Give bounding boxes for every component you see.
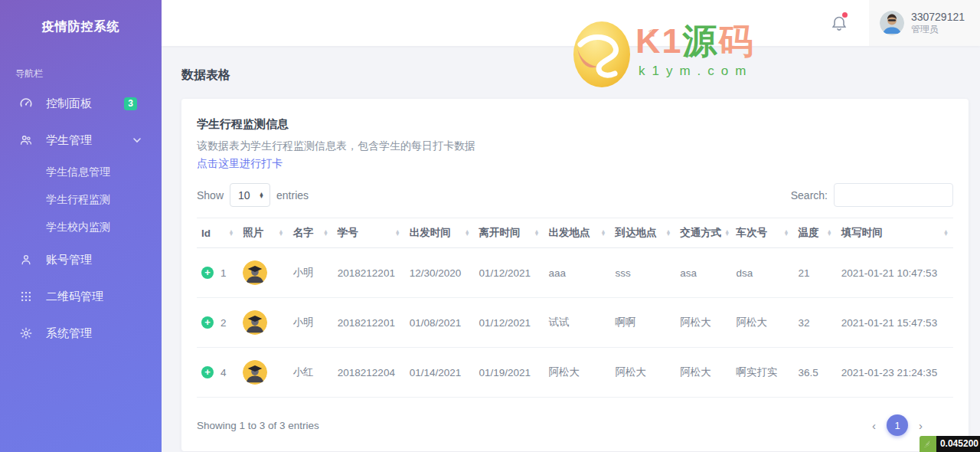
sidebar-item-label: 二维码管理 bbox=[46, 290, 148, 304]
sort-icon: ▲▼ bbox=[600, 230, 606, 237]
sort-icon: ▲▼ bbox=[943, 230, 949, 237]
expand-row-icon[interactable]: + bbox=[201, 366, 214, 378]
table-row[interactable]: +2 小明 2018212201 01/08/2021 01/12/2021 试… bbox=[197, 298, 953, 348]
prev-page-button[interactable]: ‹ bbox=[869, 419, 879, 432]
checkin-link[interactable]: 点击这里进行打卡 bbox=[197, 157, 283, 171]
next-page-button[interactable]: › bbox=[916, 419, 926, 432]
gear-icon bbox=[18, 326, 34, 341]
table-row[interactable]: +1 小明 2018212201 12/30/2020 01/12/2021 a… bbox=[197, 248, 953, 298]
card-title: 学生行程监测信息 bbox=[197, 117, 953, 132]
main-area: 330729121 管理员 K1源♛码 k1ym.com bbox=[162, 0, 980, 452]
column-header-fill-time[interactable]: 填写时间▲▼ bbox=[837, 218, 953, 248]
column-header-id[interactable]: Id▲▼ bbox=[197, 218, 238, 248]
student-photo bbox=[243, 310, 267, 335]
table-controls: Show 10 ▲▼ entries Search: bbox=[197, 183, 953, 207]
sidebar-item-label: 系统管理 bbox=[46, 326, 148, 341]
table-header-row: Id▲▼ 照片▲▼ 名字▲▼ 学号▲▼ 出发时间▲▼ 离开时间▲▼ 出发地点▲▼… bbox=[197, 218, 953, 248]
sort-icon: ▲▼ bbox=[665, 230, 671, 237]
sidebar-item-label: 控制面板 bbox=[46, 97, 124, 111]
expand-row-icon[interactable]: + bbox=[201, 267, 214, 279]
pagination: ‹ 1 › bbox=[869, 414, 953, 436]
page-size-value: 10 bbox=[238, 189, 250, 201]
sort-icon: ▲▼ bbox=[827, 230, 832, 237]
search-label: Search: bbox=[791, 189, 828, 201]
entries-info: Showing 1 to 3 of 3 entries bbox=[197, 420, 319, 431]
data-table-card: 学生行程监测信息 该数据表为学生行程监测信息表，包含学生的每日打卡数据 点击这里… bbox=[181, 99, 969, 451]
avatar bbox=[880, 11, 904, 35]
sort-icon: ▲▼ bbox=[228, 230, 234, 237]
nav-section-label: 导航栏 bbox=[0, 58, 162, 85]
notifications-button[interactable] bbox=[831, 14, 848, 32]
column-header-train-no[interactable]: 车次号▲▼ bbox=[731, 218, 793, 248]
column-header-name[interactable]: 名字▲▼ bbox=[289, 218, 333, 248]
data-table: Id▲▼ 照片▲▼ 名字▲▼ 学号▲▼ 出发时间▲▼ 离开时间▲▼ 出发地点▲▼… bbox=[197, 218, 953, 398]
sidebar-subitem-student-info[interactable]: 学生信息管理 bbox=[0, 159, 162, 186]
table-footer: Showing 1 to 3 of 3 entries ‹ 1 › bbox=[197, 398, 953, 436]
column-header-arrive-place[interactable]: 到达地点▲▼ bbox=[610, 218, 675, 248]
column-header-student-no[interactable]: 学号▲▼ bbox=[333, 218, 405, 248]
app-root: 疫情防控系统 导航栏 控制面板 3 学生管理 学生信息管理 bbox=[0, 0, 980, 452]
sidebar-item-dashboard[interactable]: 控制面板 3 bbox=[0, 85, 162, 122]
sort-icon: ▲▼ bbox=[279, 230, 284, 237]
page-1-button[interactable]: 1 bbox=[887, 414, 908, 436]
sort-icon: ▲▼ bbox=[323, 230, 328, 237]
column-header-depart-place[interactable]: 出发地点▲▼ bbox=[544, 218, 610, 248]
show-label: Show bbox=[197, 189, 224, 201]
select-arrows-icon: ▲▼ bbox=[259, 192, 264, 198]
sidebar-item-system[interactable]: 系统管理 bbox=[0, 315, 162, 352]
debug-time-badge[interactable]: 0.045200 bbox=[920, 436, 980, 452]
user-id: 330729121 bbox=[911, 11, 965, 25]
column-header-photo[interactable]: 照片▲▼ bbox=[238, 218, 288, 248]
sort-icon: ▲▼ bbox=[465, 230, 470, 237]
student-photo bbox=[243, 260, 267, 285]
app-title: 疫情防控系统 bbox=[0, 0, 162, 58]
topbar: 330729121 管理员 bbox=[162, 0, 980, 46]
sort-icon: ▲▼ bbox=[724, 230, 730, 237]
column-header-leave-time[interactable]: 离开时间▲▼ bbox=[475, 218, 544, 248]
expand-row-icon[interactable]: + bbox=[201, 316, 214, 329]
notification-dot bbox=[842, 12, 848, 18]
user-icon bbox=[18, 252, 34, 267]
user-menu[interactable]: 330729121 管理员 bbox=[869, 0, 980, 46]
column-header-temperature[interactable]: 温度▲▼ bbox=[793, 218, 836, 248]
sort-icon: ▲▼ bbox=[784, 230, 789, 237]
count-badge: 3 bbox=[124, 97, 137, 110]
user-role: 管理员 bbox=[911, 24, 965, 35]
sidebar-item-students[interactable]: 学生管理 bbox=[0, 122, 162, 159]
column-header-depart-time[interactable]: 出发时间▲▼ bbox=[405, 218, 475, 248]
search-input[interactable] bbox=[834, 183, 953, 207]
sidebar-item-qrcode[interactable]: 二维码管理 bbox=[0, 278, 162, 315]
card-description: 该数据表为学生行程监测信息表，包含学生的每日打卡数据 bbox=[197, 139, 953, 153]
sort-icon: ▲▼ bbox=[534, 230, 540, 237]
chevron-down-icon bbox=[132, 136, 142, 145]
students-icon bbox=[18, 133, 34, 148]
sidebar-subitem-student-campus[interactable]: 学生校内监测 bbox=[0, 214, 162, 241]
sort-icon: ▲▼ bbox=[395, 230, 400, 237]
sidebar: 疫情防控系统 导航栏 控制面板 3 学生管理 学生信息管理 bbox=[0, 0, 162, 452]
sidebar-item-label: 学生管理 bbox=[46, 133, 132, 148]
gauge-icon bbox=[18, 96, 34, 111]
sidebar-subitem-student-trip[interactable]: 学生行程监测 bbox=[0, 186, 162, 214]
page-size-select[interactable]: 10 ▲▼ bbox=[230, 183, 270, 207]
table-row[interactable]: +4 小红 2018212204 01/14/2021 01/19/2021 阿… bbox=[197, 348, 953, 398]
load-time-value: 0.045200 bbox=[936, 436, 980, 452]
leaf-icon bbox=[920, 436, 936, 452]
student-photo bbox=[243, 360, 267, 385]
qrcode-icon bbox=[18, 289, 34, 304]
page-title: 数据表格 bbox=[181, 67, 969, 84]
table-body: +1 小明 2018212201 12/30/2020 01/12/2021 a… bbox=[197, 248, 953, 398]
content: 数据表格 学生行程监测信息 该数据表为学生行程监测信息表，包含学生的每日打卡数据… bbox=[162, 46, 980, 452]
entries-label: entries bbox=[276, 189, 309, 201]
sidebar-item-accounts[interactable]: 账号管理 bbox=[0, 241, 162, 278]
sidebar-item-label: 账号管理 bbox=[46, 253, 148, 267]
column-header-transport[interactable]: 交通方式▲▼ bbox=[675, 218, 731, 248]
